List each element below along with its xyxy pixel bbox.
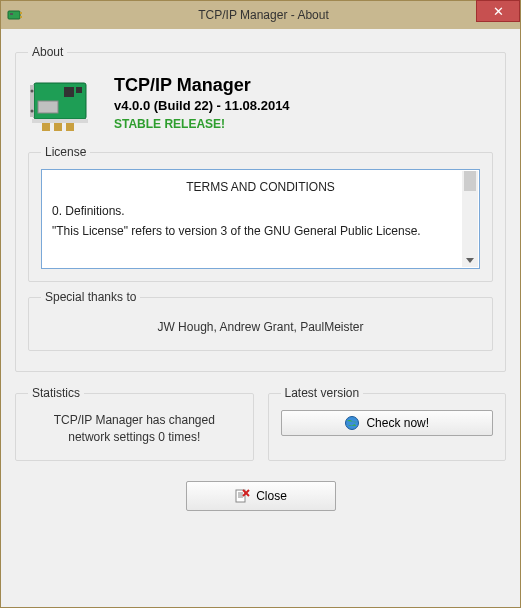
svg-rect-10 [54,123,62,131]
content-area: About [1,29,520,607]
window-close-button[interactable]: ✕ [476,0,520,22]
scroll-thumb[interactable] [464,171,476,191]
network-card-icon [28,73,100,137]
about-legend: About [28,45,67,59]
license-paragraph: "This License" refers to version 3 of th… [52,224,445,238]
license-section-0: 0. Definitions. [52,204,469,218]
stats-line-2: network settings 0 times! [68,430,200,444]
titlebar: TCP/IP Manager - About ✕ [1,1,520,29]
release-label: STABLE RELEASE! [114,117,290,131]
about-header: TCP/IP Manager v4.0.0 (Build 22) - 11.08… [28,73,493,137]
statistics-legend: Statistics [28,386,84,400]
window-title: TCP/IP Manager - About [7,8,520,22]
svg-point-13 [31,90,34,93]
about-group: About [15,45,506,372]
stats-line-1: TCP/IP Manager has changed [54,413,215,427]
about-text-block: TCP/IP Manager v4.0.0 (Build 22) - 11.08… [114,73,290,131]
about-window: TCP/IP Manager - About ✕ About [0,0,521,608]
bottom-row: Statistics TCP/IP Manager has changed ne… [15,380,506,469]
document-close-icon [234,488,250,504]
close-button[interactable]: Close [186,481,336,511]
svg-rect-9 [42,123,50,131]
thanks-group: Special thanks to JW Hough, Andrew Grant… [28,290,493,351]
svg-rect-7 [76,87,82,93]
license-textbox[interactable]: TERMS AND CONDITIONS 0. Definitions. "Th… [41,169,480,269]
statistics-text: TCP/IP Manager has changed network setti… [28,410,241,448]
app-version: v4.0.0 (Build 22) - 11.08.2014 [114,98,290,113]
svg-rect-8 [32,119,88,123]
thanks-text: JW Hough, Andrew Grant, PaulMeister [41,314,480,338]
thanks-legend: Special thanks to [41,290,140,304]
license-heading: TERMS AND CONDITIONS [52,180,469,194]
svg-point-15 [346,417,359,430]
scroll-down-icon[interactable] [466,258,474,263]
app-name: TCP/IP Manager [114,75,290,96]
license-legend: License [41,145,90,159]
statistics-group: Statistics TCP/IP Manager has changed ne… [15,386,254,461]
svg-rect-6 [64,87,74,97]
check-now-button[interactable]: Check now! [281,410,494,436]
check-now-label: Check now! [366,416,429,430]
latest-version-legend: Latest version [281,386,364,400]
latest-version-group: Latest version Check now! [268,386,507,461]
svg-rect-5 [38,101,58,113]
close-button-label: Close [256,489,287,503]
svg-rect-11 [66,123,74,131]
close-x-icon: ✕ [493,4,504,19]
license-scrollbar[interactable] [462,171,478,267]
close-row: Close [15,481,506,511]
license-group: License TERMS AND CONDITIONS 0. Definiti… [28,145,493,282]
globe-icon [344,415,360,431]
svg-point-14 [31,110,34,113]
